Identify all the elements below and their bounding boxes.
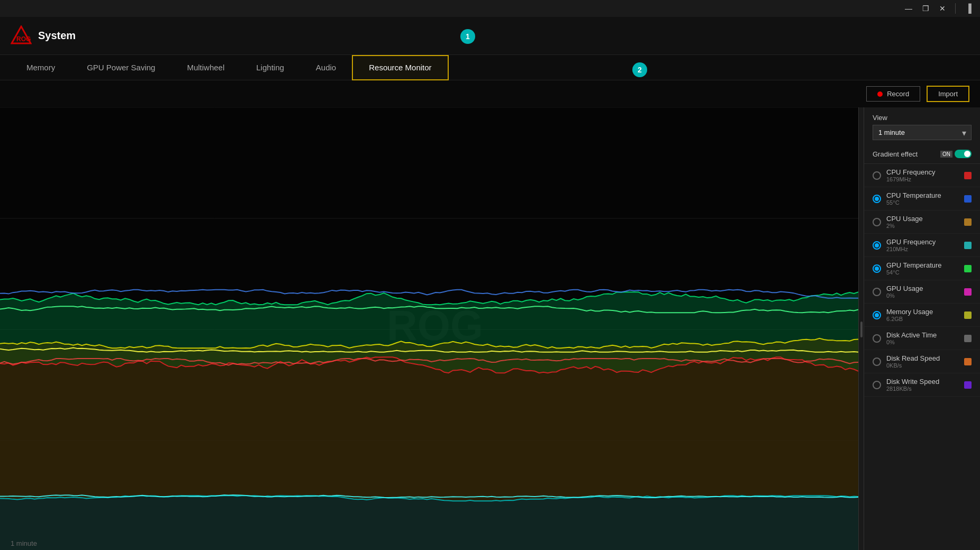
metric-color-gpu-usage bbox=[964, 288, 972, 296]
tab-audio[interactable]: Audio bbox=[300, 55, 352, 80]
metric-value-cpu-temp: 55°C bbox=[886, 199, 959, 206]
metric-info-gpu-usage: GPU Usage 0% bbox=[886, 285, 959, 299]
toolbar: Record Import bbox=[0, 80, 980, 107]
gradient-effect-label: Gradient effect bbox=[873, 150, 918, 158]
app-title: System bbox=[38, 30, 76, 42]
record-button[interactable]: Record bbox=[866, 86, 920, 102]
view-select[interactable]: 1 minute 5 minutes 15 minutes 30 minutes… bbox=[873, 125, 972, 140]
metric-value-cpu-usage: 2% bbox=[886, 223, 959, 229]
metric-color-disk-active bbox=[964, 335, 972, 342]
metric-info-disk-read: Disk Read Speed 0KB/s bbox=[886, 354, 959, 369]
window-controls: — ❐ ✕ ▐ bbox=[901, 3, 976, 14]
metric-row-mem-usage: Memory Usage 6.2GB bbox=[864, 304, 980, 327]
metric-color-gpu-temp bbox=[964, 265, 972, 272]
metric-info-disk-write: Disk Write Speed 2818KB/s bbox=[886, 378, 959, 392]
sidebar-toggle-icon[interactable]: ▐ bbox=[961, 3, 976, 14]
metric-name-gpu-temp: GPU Temperature bbox=[886, 261, 959, 269]
metric-radio-gpu-temp[interactable] bbox=[873, 264, 881, 273]
tab-gpu-power-saving[interactable]: GPU Power Saving bbox=[71, 55, 171, 80]
minimize-button[interactable]: — bbox=[901, 3, 916, 14]
metric-color-cpu-freq bbox=[964, 172, 972, 179]
app-header: ROG System bbox=[0, 17, 980, 55]
metric-row-gpu-usage: GPU Usage 0% bbox=[864, 280, 980, 304]
metric-value-gpu-temp: 54°C bbox=[886, 269, 959, 276]
metric-radio-gpu-freq[interactable] bbox=[873, 241, 881, 250]
view-section: View 1 minute 5 minutes 15 minutes 30 mi… bbox=[864, 107, 980, 144]
app-logo: ROG System bbox=[11, 25, 76, 47]
nav-tabs: Memory GPU Power Saving Multiwheel Light… bbox=[0, 55, 980, 80]
metric-radio-disk-active[interactable] bbox=[873, 334, 881, 343]
metric-radio-disk-write[interactable] bbox=[873, 381, 881, 389]
tab-resource-monitor[interactable]: Resource Monitor bbox=[352, 55, 448, 80]
metric-color-cpu-usage bbox=[964, 218, 972, 226]
main-content: 1 minute View 1 minute 5 minutes 15 minu… bbox=[0, 107, 980, 550]
restore-button[interactable]: ❐ bbox=[918, 3, 933, 14]
metric-info-cpu-freq: CPU Frequency 1679MHz bbox=[886, 168, 959, 182]
metric-row-cpu-freq: CPU Frequency 1679MHz bbox=[864, 164, 980, 187]
metric-color-mem-usage bbox=[964, 311, 972, 319]
metric-radio-disk-read[interactable] bbox=[873, 358, 881, 366]
metric-name-cpu-temp: CPU Temperature bbox=[886, 191, 959, 199]
metric-name-mem-usage: Memory Usage bbox=[886, 308, 959, 316]
metric-value-disk-active: 0% bbox=[886, 339, 959, 345]
view-label: View bbox=[873, 114, 972, 122]
badge-1: 1 bbox=[460, 29, 475, 44]
title-bar: — ❐ ✕ ▐ bbox=[0, 0, 980, 17]
chart-area: 1 minute bbox=[0, 107, 858, 550]
metric-info-disk-active: Disk Active Time 0% bbox=[886, 331, 959, 345]
metric-color-gpu-freq bbox=[964, 242, 972, 249]
metric-value-disk-read: 0KB/s bbox=[886, 362, 959, 369]
record-dot-icon bbox=[877, 91, 883, 97]
metric-name-gpu-freq: GPU Frequency bbox=[886, 238, 959, 246]
metric-radio-cpu-freq[interactable] bbox=[873, 171, 881, 180]
close-button[interactable]: ✕ bbox=[935, 3, 950, 14]
metric-info-gpu-temp: GPU Temperature 54°C bbox=[886, 261, 959, 276]
chart-time-label: 1 minute bbox=[11, 539, 37, 547]
sidebar-resize-handle[interactable] bbox=[858, 107, 864, 550]
badge-2: 2 bbox=[632, 62, 647, 77]
metric-color-disk-write bbox=[964, 381, 972, 389]
metric-value-disk-write: 2818KB/s bbox=[886, 386, 959, 392]
metric-info-gpu-freq: GPU Frequency 210MHz bbox=[886, 238, 959, 252]
tab-lighting[interactable]: Lighting bbox=[240, 55, 300, 80]
metric-color-cpu-temp bbox=[964, 195, 972, 203]
rog-logo-icon: ROG bbox=[11, 25, 32, 47]
metric-row-cpu-usage: CPU Usage 2% bbox=[864, 210, 980, 234]
metric-row-gpu-temp: GPU Temperature 54°C bbox=[864, 257, 980, 280]
metric-name-disk-write: Disk Write Speed bbox=[886, 378, 959, 386]
metric-color-disk-read bbox=[964, 358, 972, 365]
metric-row-gpu-freq: GPU Frequency 210MHz bbox=[864, 234, 980, 257]
record-label: Record bbox=[887, 90, 909, 98]
sidebar-panel: View 1 minute 5 minutes 15 minutes 30 mi… bbox=[864, 107, 980, 550]
import-button[interactable]: Import bbox=[927, 86, 969, 102]
metric-row-disk-active: Disk Active Time 0% bbox=[864, 327, 980, 350]
gradient-toggle[interactable]: ON bbox=[940, 150, 972, 158]
metric-radio-gpu-usage[interactable] bbox=[873, 288, 881, 296]
metric-radio-cpu-temp[interactable] bbox=[873, 195, 881, 203]
metric-radio-mem-usage[interactable] bbox=[873, 311, 881, 319]
metric-name-disk-active: Disk Active Time bbox=[886, 331, 959, 339]
toggle-indicator bbox=[955, 150, 972, 158]
resource-chart bbox=[0, 107, 858, 550]
metric-radio-cpu-usage[interactable] bbox=[873, 218, 881, 226]
handle-grip bbox=[860, 322, 863, 337]
metric-name-disk-read: Disk Read Speed bbox=[886, 354, 959, 362]
metric-value-mem-usage: 6.2GB bbox=[886, 316, 959, 322]
gradient-effect-row: Gradient effect ON bbox=[864, 144, 980, 164]
metric-value-gpu-usage: 0% bbox=[886, 292, 959, 299]
metric-info-mem-usage: Memory Usage 6.2GB bbox=[886, 308, 959, 322]
svg-text:ROG: ROG bbox=[16, 35, 31, 43]
metric-row-disk-write: Disk Write Speed 2818KB/s bbox=[864, 373, 980, 397]
metric-row-disk-read: Disk Read Speed 0KB/s bbox=[864, 350, 980, 373]
metric-name-gpu-usage: GPU Usage bbox=[886, 285, 959, 292]
import-label: Import bbox=[938, 90, 958, 98]
metric-row-cpu-temp: CPU Temperature 55°C bbox=[864, 187, 980, 210]
tab-multiwheel[interactable]: Multiwheel bbox=[171, 55, 240, 80]
metric-name-cpu-usage: CPU Usage bbox=[886, 215, 959, 223]
metric-value-gpu-freq: 210MHz bbox=[886, 246, 959, 252]
metric-value-cpu-freq: 1679MHz bbox=[886, 176, 959, 182]
divider bbox=[955, 3, 956, 14]
metric-info-cpu-usage: CPU Usage 2% bbox=[886, 215, 959, 229]
view-select-wrapper: 1 minute 5 minutes 15 minutes 30 minutes… bbox=[873, 125, 972, 140]
tab-memory[interactable]: Memory bbox=[11, 55, 71, 80]
